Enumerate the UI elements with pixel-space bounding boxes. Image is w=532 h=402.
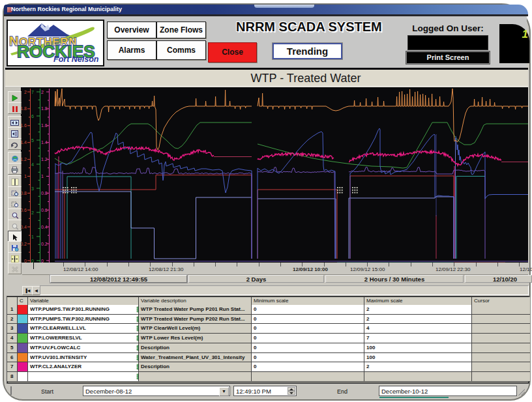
svg-text:1: 1 <box>24 174 27 179</box>
svg-text:1.4: 1.4 <box>41 140 48 145</box>
svg-text:Fort Nelson: Fort Nelson <box>53 55 99 63</box>
svg-text:2: 2 <box>31 210 34 215</box>
svg-text:1: 1 <box>41 174 44 179</box>
svg-text:2: 2 <box>24 90 27 94</box>
svg-text:5: 5 <box>31 138 34 143</box>
svg-text:7: 7 <box>31 90 34 94</box>
svg-text:1.8: 1.8 <box>41 106 48 111</box>
svg-text:1.4: 1.4 <box>21 140 27 145</box>
svg-text:0: 0 <box>41 259 44 263</box>
svg-text:0.2: 0.2 <box>41 242 48 246</box>
svg-text:1.6: 1.6 <box>41 123 48 128</box>
svg-text:1.2: 1.2 <box>21 157 27 162</box>
svg-text:0.8: 0.8 <box>21 191 27 195</box>
svg-text:3: 3 <box>31 186 34 191</box>
svg-text:0.4: 0.4 <box>21 225 27 229</box>
svg-text:0.6: 0.6 <box>41 208 48 212</box>
svg-text:0: 0 <box>24 259 27 263</box>
svg-text:4: 4 <box>31 162 34 167</box>
svg-text:1.6: 1.6 <box>21 123 27 128</box>
svg-text:0.2: 0.2 <box>21 242 27 246</box>
svg-text:0.6: 0.6 <box>21 208 27 212</box>
svg-text:6: 6 <box>31 114 34 119</box>
svg-text:2: 2 <box>41 90 44 94</box>
svg-text:1.8: 1.8 <box>21 106 27 111</box>
svg-text:0.4: 0.4 <box>41 225 48 229</box>
svg-text:1: 1 <box>31 235 34 239</box>
svg-text:0.8: 0.8 <box>41 191 48 195</box>
svg-text:1.2: 1.2 <box>41 157 48 162</box>
